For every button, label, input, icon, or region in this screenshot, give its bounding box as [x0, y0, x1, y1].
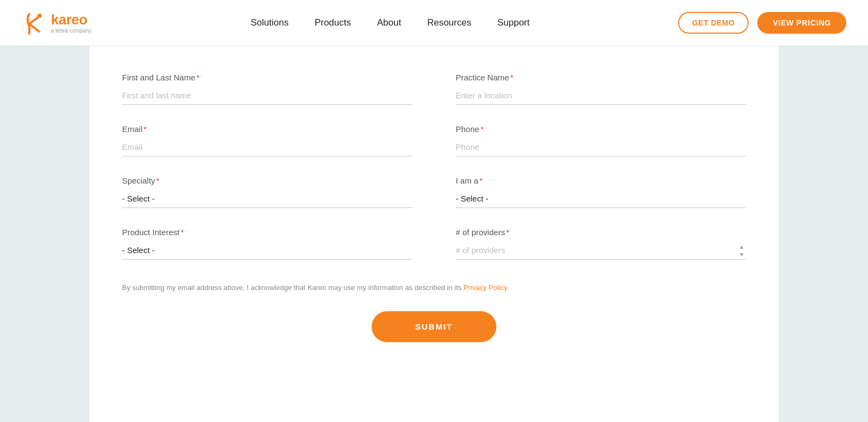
i-am-a-select[interactable]: - Select -	[456, 191, 746, 208]
logo[interactable]: kareo a tebra company	[22, 10, 92, 36]
submit-button[interactable]: SUBMIT	[372, 311, 496, 342]
nav-about[interactable]: About	[377, 17, 401, 28]
phone-input[interactable]	[456, 139, 746, 156]
product-interest-field: Product Interest* - Select -	[122, 228, 412, 260]
privacy-policy-link[interactable]: Privacy Policy	[463, 284, 507, 292]
first-last-name-label: First and Last Name*	[122, 73, 412, 82]
email-label: Email*	[122, 124, 412, 134]
first-last-name-input[interactable]	[122, 87, 412, 105]
nav-links: Solutions Products About Resources Suppo…	[124, 17, 656, 28]
privacy-text: By submitting my email address above, I …	[122, 284, 746, 292]
practice-name-field: Practice Name*	[456, 73, 746, 105]
num-providers-field: # of providers* ▲ ▼	[456, 228, 746, 260]
nav-products[interactable]: Products	[315, 17, 351, 28]
nav-solutions[interactable]: Solutions	[251, 17, 289, 28]
nav-actions: GET DEMO VIEW PRICING	[678, 12, 846, 34]
view-pricing-button[interactable]: VIEW PRICING	[757, 12, 846, 34]
spinner-up[interactable]: ▲	[737, 244, 746, 250]
num-providers-label: # of providers*	[456, 228, 746, 237]
i-am-a-field: I am a* - Select -	[456, 176, 746, 208]
specialty-field: Specialty* - Select -	[122, 176, 412, 208]
phone-field: Phone*	[456, 124, 746, 156]
form-card: First and Last Name* Email*	[90, 46, 778, 422]
number-spinners: ▲ ▼	[737, 244, 746, 258]
phone-label: Phone*	[456, 124, 746, 134]
get-demo-button[interactable]: GET DEMO	[678, 12, 749, 34]
nav-support[interactable]: Support	[497, 17, 530, 28]
first-last-name-field: First and Last Name*	[122, 73, 412, 105]
form-grid: First and Last Name* Email*	[122, 73, 746, 279]
product-interest-label: Product Interest*	[122, 228, 412, 237]
practice-name-input[interactable]	[456, 87, 746, 105]
logo-tagline: a tebra company	[51, 28, 92, 34]
specialty-select[interactable]: - Select -	[122, 191, 412, 208]
practice-name-label: Practice Name*	[456, 73, 746, 82]
page-body: First and Last Name* Email*	[0, 46, 868, 422]
contact-form: First and Last Name* Email*	[122, 73, 746, 342]
specialty-label: Specialty*	[122, 176, 412, 185]
kareo-logo-icon	[22, 10, 48, 36]
product-interest-select[interactable]: - Select -	[122, 242, 412, 260]
navbar: kareo a tebra company Solutions Products…	[0, 0, 868, 46]
num-providers-wrapper: ▲ ▼	[456, 242, 746, 260]
nav-resources[interactable]: Resources	[427, 17, 471, 28]
svg-point-0	[37, 14, 42, 18]
email-field: Email*	[122, 124, 412, 156]
submit-row: SUBMIT	[122, 311, 746, 342]
spinner-down[interactable]: ▼	[737, 251, 746, 258]
i-am-a-label: I am a*	[456, 176, 746, 185]
logo-name: kareo	[51, 12, 92, 28]
email-input[interactable]	[122, 139, 412, 156]
num-providers-input[interactable]	[456, 242, 746, 260]
